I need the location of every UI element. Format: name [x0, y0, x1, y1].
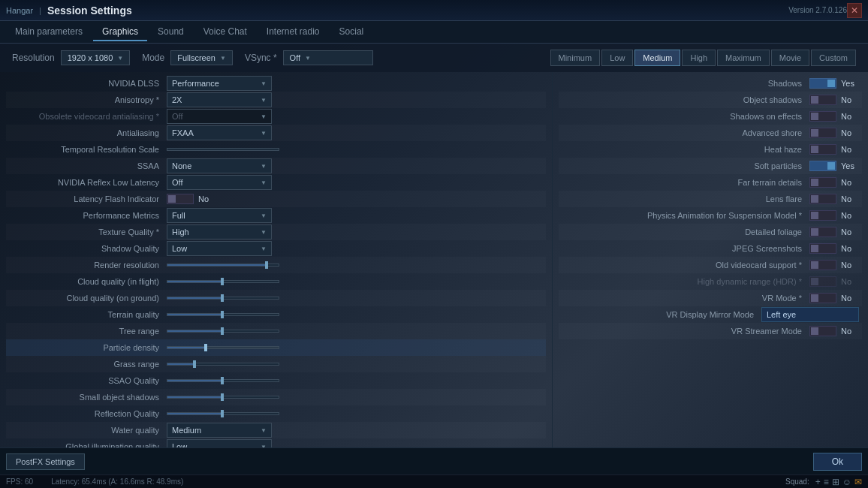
tab-main[interactable]: Main parameters — [6, 23, 92, 41]
preset-maximum[interactable]: Maximum — [717, 50, 770, 66]
slider-ssao-quality[interactable] — [167, 379, 287, 382]
close-button[interactable]: ✕ — [847, 3, 862, 18]
slider-cloud-flight-thumb[interactable] — [221, 278, 224, 285]
ctrl-small-shadows — [167, 396, 543, 399]
squad-list-icon[interactable]: ≡ — [824, 477, 829, 487]
toggle-latency-flash-thumb — [168, 195, 176, 203]
toggle-obj-shadows[interactable] — [809, 95, 836, 105]
slider-cloud-flight-track[interactable] — [167, 280, 279, 283]
label-phys-anim: Physics Animation for Suspension Model * — [562, 211, 809, 220]
toggle-jpeg-screenshots[interactable] — [809, 243, 836, 254]
ctrl-grass-range — [167, 363, 543, 366]
vsync-select[interactable]: Off ▼ — [283, 50, 373, 65]
slider-render-res-track[interactable] — [167, 264, 279, 267]
preset-movie[interactable]: Movie — [771, 50, 809, 66]
squad-label: Squad: — [785, 477, 809, 486]
dropdown-perf-metrics[interactable]: Full ▼ — [167, 208, 272, 223]
slider-small-shadows-track[interactable] — [167, 396, 279, 399]
slider-reflection-quality[interactable] — [167, 412, 287, 415]
tab-graphics[interactable]: Graphics — [93, 23, 147, 41]
ok-button[interactable]: Ok — [813, 453, 862, 471]
tab-sound[interactable]: Sound — [149, 23, 193, 41]
slider-cloud-ground-thumb[interactable] — [221, 294, 224, 302]
slider-ssao-quality-thumb[interactable] — [221, 377, 224, 384]
squad-grid-icon[interactable]: ⊞ — [832, 477, 839, 487]
ctrl-texture-quality: High ▼ — [167, 224, 543, 239]
toggle-adv-shore[interactable] — [809, 128, 836, 138]
label-hdr: High dynamic range (HDR) * — [562, 277, 809, 286]
row-cloud-ground: Cloud quality (on ground) — [6, 290, 546, 306]
preset-minimum[interactable]: Minimum — [550, 50, 601, 66]
tab-social[interactable]: Social — [330, 23, 373, 41]
tab-voice[interactable]: Voice Chat — [194, 23, 256, 41]
dropdown-global-illum[interactable]: Low ▼ — [167, 439, 272, 447]
tab-internet[interactable]: Internet radio — [258, 23, 329, 41]
toggle-old-videocard[interactable] — [809, 260, 836, 270]
toggle-phys-anim[interactable] — [809, 210, 836, 221]
label-temporal: Temporal Resolution Scale — [9, 145, 167, 154]
squad-mail-icon[interactable]: ✉ — [854, 477, 862, 487]
toggle-far-terrain[interactable] — [809, 177, 836, 188]
slider-reflection-quality-track[interactable] — [167, 412, 279, 415]
value-shadows: Yes — [836, 79, 859, 88]
row-old-videocard: Old videocard support * No — [559, 257, 862, 273]
slider-cloud-ground-track[interactable] — [167, 297, 279, 300]
dropdown-ssaa[interactable]: None ▼ — [167, 158, 272, 173]
dropdown-water-quality[interactable]: Medium ▼ — [167, 423, 272, 438]
slider-particle-density[interactable] — [167, 346, 287, 349]
dropdown-texture-quality[interactable]: High ▼ — [167, 224, 272, 239]
toggle-shadow-effects[interactable] — [809, 111, 836, 122]
slider-temporal-track[interactable] — [167, 148, 279, 151]
dropdown-anisotropy[interactable]: 2X ▼ — [167, 92, 272, 107]
slider-reflection-quality-thumb[interactable] — [221, 410, 224, 417]
slider-tree-range-thumb[interactable] — [221, 327, 224, 335]
slider-terrain-quality-track[interactable] — [167, 313, 279, 316]
squad-profile-icon[interactable]: ☺ — [842, 477, 851, 487]
resolution-select[interactable]: 1920 x 1080 ▼ — [61, 50, 130, 65]
toggle-vr-mode[interactable] — [809, 293, 836, 303]
slider-grass-range-track[interactable] — [167, 363, 279, 366]
slider-tree-range-track[interactable] — [167, 330, 279, 333]
slider-render-res-thumb[interactable] — [265, 261, 268, 269]
postfx-button[interactable]: PostFX Settings — [6, 453, 85, 470]
slider-render-res-fill — [167, 264, 267, 266]
slider-small-shadows[interactable] — [167, 396, 287, 399]
mode-select[interactable]: Fullscreen ▼ — [170, 50, 233, 65]
slider-terrain-quality[interactable] — [167, 313, 287, 316]
slider-grass-range-thumb[interactable] — [193, 360, 196, 368]
hangar-link[interactable]: Hangar — [6, 6, 33, 15]
slider-temporal[interactable] — [167, 148, 287, 151]
row-hdr: High dynamic range (HDR) * No — [559, 273, 862, 290]
preset-medium[interactable]: Medium — [634, 50, 680, 66]
slider-ssao-quality-track[interactable] — [167, 379, 279, 382]
preset-low[interactable]: Low — [601, 50, 633, 66]
slider-grass-range[interactable] — [167, 363, 287, 366]
preset-custom[interactable]: Custom — [811, 50, 856, 66]
slider-cloud-flight[interactable] — [167, 280, 287, 283]
value-vr-mode: No — [836, 294, 859, 303]
preset-high[interactable]: High — [682, 50, 716, 66]
toggle-latency-flash[interactable]: No — [167, 194, 209, 204]
slider-tree-range[interactable] — [167, 330, 287, 333]
toggle-detailed-foliage[interactable] — [809, 227, 836, 237]
toggle-shadows[interactable] — [809, 78, 836, 89]
slider-particle-density-track[interactable] — [167, 346, 279, 349]
toggle-heat-haze[interactable] — [809, 144, 836, 155]
toggle-vr-streamer[interactable] — [809, 326, 836, 336]
toggle-lens-flare[interactable] — [809, 194, 836, 204]
dropdown-shadow-quality[interactable]: Low ▼ — [167, 241, 272, 256]
toggle-soft-particles[interactable] — [809, 161, 836, 171]
dropdown-nvidia-dlss[interactable]: Performance ▼ — [167, 76, 272, 91]
dropdown-antialiasing[interactable]: FXAA ▼ — [167, 125, 272, 140]
slider-particle-density-thumb[interactable] — [204, 344, 207, 351]
status-right-group: Squad: + ≡ ⊞ ☺ ✉ — [785, 477, 862, 487]
slider-small-shadows-thumb[interactable] — [221, 393, 224, 401]
slider-terrain-quality-thumb[interactable] — [221, 311, 224, 318]
slider-render-res[interactable] — [167, 264, 287, 267]
label-ssao-quality: SSAO Quality — [9, 376, 167, 385]
dropdown-reflex[interactable]: Off ▼ — [167, 175, 272, 190]
squad-add-icon[interactable]: + — [815, 477, 821, 487]
toggle-latency-flash-switch[interactable] — [167, 194, 194, 204]
slider-cloud-ground[interactable] — [167, 297, 287, 300]
dropdown-vr-mirror[interactable]: Left eye — [761, 307, 859, 322]
